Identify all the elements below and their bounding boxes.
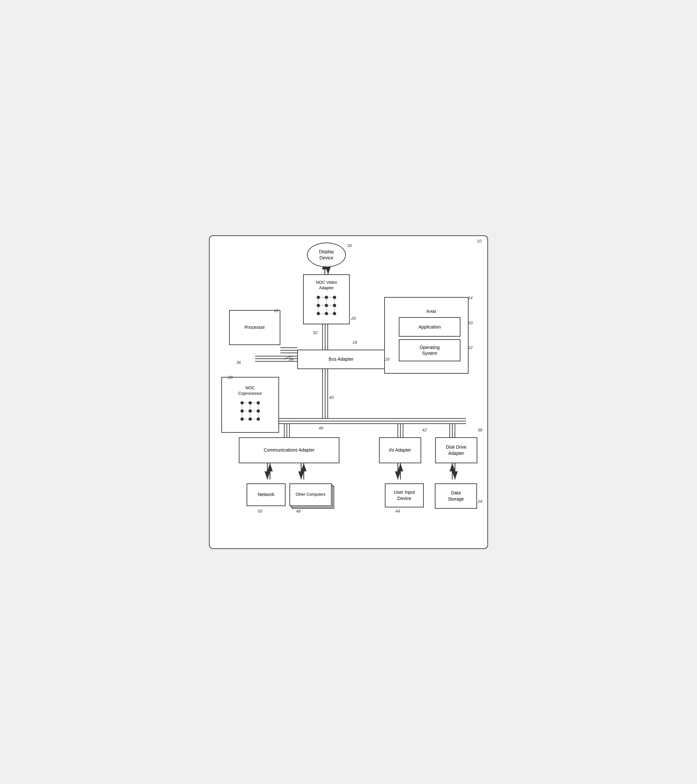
- ref-16: 16: [385, 357, 390, 362]
- bus-adapter-label: Bus Adapter: [329, 356, 353, 362]
- ram-label: RAM: [427, 309, 436, 315]
- network-label: Network: [258, 491, 274, 497]
- svg-point-48: [317, 304, 320, 307]
- user-input-device: User InputDevice: [385, 483, 424, 507]
- application-label: Application: [419, 324, 441, 330]
- svg-point-53: [333, 312, 336, 315]
- svg-point-51: [317, 312, 320, 315]
- os-label: OperatingSystem: [419, 344, 439, 356]
- noc-coprocessor-label: NOCCoprocessor: [238, 385, 262, 396]
- ref-22: 22: [468, 345, 472, 350]
- ref-46: 46: [319, 426, 323, 430]
- ref-38: 38: [478, 428, 482, 432]
- display-device: DisplayDevice: [307, 242, 346, 267]
- processor: Processor: [229, 310, 280, 345]
- svg-point-64: [248, 409, 252, 413]
- svg-point-50: [333, 304, 336, 307]
- ref-32: 32: [313, 330, 317, 335]
- svg-point-67: [248, 417, 252, 421]
- processor-label: Processor: [244, 324, 265, 330]
- io-adapter-label: I/o Adapter: [389, 447, 411, 453]
- ref-50: 50: [258, 509, 262, 514]
- disk-adapter-label: Disk DriveAdapter: [446, 444, 467, 456]
- svg-point-62: [256, 401, 260, 405]
- ref-12: 12: [274, 308, 278, 313]
- data-storage-label: DataStorage: [448, 490, 464, 502]
- ref-42: 42: [422, 428, 427, 432]
- network: Network: [247, 483, 286, 506]
- ref-10: 10: [477, 239, 482, 244]
- svg-point-61: [248, 401, 252, 405]
- ref-28: 28: [228, 375, 232, 380]
- noc-video-label: NOC VideoAdapter: [316, 280, 337, 291]
- application-box: Application: [399, 317, 460, 337]
- svg-point-45: [317, 296, 320, 299]
- svg-point-49: [325, 304, 328, 307]
- svg-point-52: [325, 312, 328, 315]
- svg-point-63: [240, 409, 244, 413]
- ref-30: 30: [347, 243, 352, 248]
- disk-drive-adapter: Disk DriveAdapter: [435, 437, 477, 463]
- svg-point-47: [333, 296, 336, 299]
- comms-adapter-label: Communications Adapter: [264, 447, 314, 453]
- communications-adapter: Communications Adapter: [239, 437, 339, 463]
- ref-26: 26: [351, 316, 356, 321]
- svg-point-60: [240, 401, 244, 405]
- ref-24: 24: [478, 499, 482, 504]
- noc-video-adapter: NOC VideoAdapter: [303, 274, 350, 324]
- ref-48: 48: [296, 509, 301, 514]
- user-input-label: User InputDevice: [394, 489, 415, 501]
- ram: RAM Application OperatingSystem: [384, 297, 469, 374]
- other-computers-label: Other Computers: [296, 492, 325, 497]
- data-storage: DataStorage: [435, 483, 477, 509]
- ref-18: 18: [352, 340, 357, 345]
- ref-14: 14: [468, 295, 472, 300]
- ref-44: 44: [395, 509, 400, 514]
- ref-34: 34: [289, 357, 293, 362]
- bus-adapter: Bus Adapter: [297, 350, 385, 369]
- display-device-label: DisplayDevice: [319, 249, 334, 260]
- svg-point-65: [256, 409, 260, 413]
- operating-system-box: OperatingSystem: [399, 339, 460, 361]
- noc-coprocessor: NOCCoprocessor: [221, 377, 279, 433]
- io-adapter: I/o Adapter: [379, 437, 421, 463]
- svg-point-46: [325, 296, 328, 299]
- diagram-page: 10: [209, 236, 488, 549]
- ref-40: 40: [329, 395, 334, 400]
- svg-point-66: [240, 417, 244, 421]
- ref-20: 20: [468, 320, 472, 325]
- svg-point-68: [256, 417, 260, 421]
- ref-36: 36: [236, 360, 241, 365]
